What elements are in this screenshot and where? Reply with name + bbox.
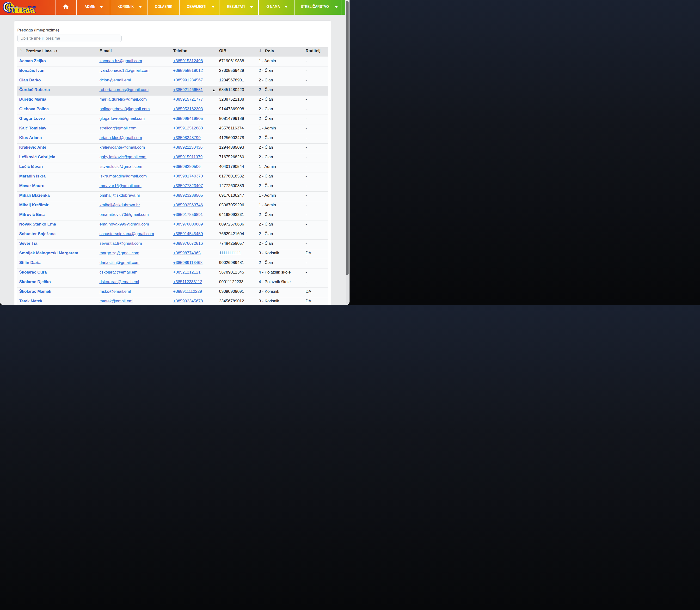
phone-link[interactable]: +385915721777: [173, 97, 203, 101]
phone-link[interactable]: +385921130436: [173, 145, 203, 150]
cell-name[interactable]: Glogar Lovro: [17, 115, 97, 124]
cell-name[interactable]: Bonačić Ivan: [17, 67, 97, 76]
cell-name[interactable]: Đuretić Marija: [17, 96, 97, 105]
cell-name[interactable]: Novak Stanko Ema: [17, 221, 97, 230]
nav-item-admin[interactable]: ADMIN: [76, 0, 110, 15]
nav-item-obavijesti[interactable]: OBAVIJESTI: [179, 0, 220, 15]
cell-name[interactable]: Acman Željko: [17, 57, 97, 67]
phone-link[interactable]: +385981740370: [173, 174, 203, 178]
email-link[interactable]: kmihalj@skdubrava.hr: [99, 203, 140, 207]
cell-name[interactable]: Schuster Snježana: [17, 230, 97, 240]
cell-rola: 3 - Korisnik: [257, 297, 304, 305]
email-link[interactable]: cskolarac@email.eml: [99, 270, 138, 274]
column-header-name[interactable]: ↑Prezime i ime↔: [17, 47, 97, 57]
cell-name[interactable]: Školarac Cura: [17, 269, 97, 278]
cell-name[interactable]: Mitrović Ema: [17, 211, 97, 221]
phone-link[interactable]: +385915911379: [173, 155, 203, 159]
cell-name[interactable]: Glebova Polina: [17, 105, 97, 115]
phone-link[interactable]: +385921466551: [173, 87, 203, 92]
phone-link[interactable]: +385977823407: [173, 183, 203, 188]
nav-item-korisnik[interactable]: KORISNIK: [110, 0, 147, 15]
nav-item-oglasnik[interactable]: OGLASNIK: [147, 0, 179, 15]
email-link[interactable]: msko@email.eml: [99, 289, 131, 294]
phone-link[interactable]: +385917856891: [173, 212, 203, 217]
email-link[interactable]: schustersnjezana@gmail.com: [99, 231, 154, 236]
email-link[interactable]: marija.duretic@gmail.com: [99, 97, 147, 101]
email-link[interactable]: gaby.leskovic@gmail.com: [99, 155, 146, 159]
phone-link[interactable]: +38598248799: [173, 135, 201, 140]
cell-phone: +385992563746: [171, 201, 217, 211]
cell-name[interactable]: Tatek Matek: [17, 297, 97, 305]
cell-name[interactable]: Školarac Mamek: [17, 288, 97, 297]
email-link[interactable]: dariastilin@gmail.com: [99, 260, 140, 265]
cell-name[interactable]: Kraljević Ante: [17, 144, 97, 153]
cell-name[interactable]: Sever Tia: [17, 240, 97, 249]
phone-link[interactable]: +385923288505: [173, 193, 203, 198]
email-link[interactable]: emamitrovic70@gmail.com: [99, 212, 149, 217]
email-link[interactable]: ariana.klos@gmail.com: [99, 135, 142, 140]
phone-link[interactable]: +385992345678: [173, 299, 203, 303]
table-row: Školarac Mamekmsko@email.eml+38591111222…: [17, 288, 328, 297]
nav-item-rezultati[interactable]: REZULTATI: [220, 0, 258, 15]
phone-link[interactable]: +385958518012: [173, 68, 203, 73]
phone-link[interactable]: +385998419805: [173, 116, 203, 121]
email-link[interactable]: ema.novak999@gmail.com: [99, 222, 149, 226]
nav-item-onama[interactable]: O NAMA: [258, 0, 294, 15]
email-link[interactable]: marge.zg@gmail.com: [99, 251, 139, 255]
email-link[interactable]: mmavar16@gmail.com: [99, 183, 142, 188]
phone-link[interactable]: +38598280506: [173, 164, 201, 169]
chevron-down-icon: [212, 6, 214, 8]
email-link[interactable]: dskorarac@email.eml: [99, 279, 139, 284]
email-link[interactable]: polinaglebova0@gmail.com: [99, 107, 150, 111]
table-row: Školarac Dječkodskorarac@email.eml+38511…: [17, 278, 328, 288]
cell-name[interactable]: Klos Ariana: [17, 134, 97, 144]
scrollbar-thumb[interactable]: [346, 1, 349, 275]
email-link[interactable]: strelicar@gmail.com: [99, 126, 137, 130]
nav-item-home[interactable]: [55, 0, 76, 15]
phone-link[interactable]: +385989113468: [173, 260, 203, 265]
cell-name[interactable]: Mihalj Blaženka: [17, 192, 97, 201]
cell-email: zacman.hz@gmail.com: [97, 57, 171, 67]
cell-name[interactable]: Stilin Daria: [17, 259, 97, 269]
email-link[interactable]: ivan.bonacic12@gmail.com: [99, 68, 149, 73]
phone-link[interactable]: +385912512888: [173, 126, 203, 130]
cell-name[interactable]: Maradin Iskra: [17, 173, 97, 182]
cell-name[interactable]: Član Darko: [17, 76, 97, 86]
phone-link[interactable]: +385991234567: [173, 78, 203, 82]
phone-link[interactable]: +385914545459: [173, 231, 203, 236]
phone-link[interactable]: +385911112229: [173, 289, 202, 294]
email-link[interactable]: glogarlovro5@gmail.com: [99, 116, 145, 121]
email-link[interactable]: iskra.maradin@gmail.com: [99, 174, 147, 178]
cell-name[interactable]: Školarac Dječko: [17, 278, 97, 288]
email-link[interactable]: bmihalj@skdubrava.hr: [99, 193, 140, 198]
phone-link[interactable]: +385953162303: [173, 107, 203, 111]
cell-name[interactable]: Kaić Tomislav: [17, 124, 97, 134]
phone-link[interactable]: +385112233112: [173, 279, 202, 284]
cell-name[interactable]: Mihalj Krešimir: [17, 201, 97, 211]
cell-name[interactable]: Lučić Ištvan: [17, 163, 97, 173]
phone-link[interactable]: +38598774965: [173, 251, 201, 255]
email-link[interactable]: kraljevicante@gmail.com: [99, 145, 145, 150]
email-link[interactable]: mtatek@email.eml: [99, 299, 133, 303]
phone-link[interactable]: +385915312498: [173, 59, 203, 63]
cell-name[interactable]: Čordaš Roberta: [17, 86, 97, 96]
email-link[interactable]: dclan@email.eml: [99, 78, 131, 82]
email-link[interactable]: roberta.cordas@gmail.com: [99, 87, 148, 92]
cell-phone: +385921130436: [171, 144, 217, 153]
phone-link[interactable]: +385976000889: [173, 222, 203, 226]
cell-email: sever.tia19@gmail.com: [97, 240, 171, 249]
cell-name[interactable]: Mavar Mauro: [17, 182, 97, 192]
email-link[interactable]: sever.tia19@gmail.com: [99, 241, 142, 246]
search-input[interactable]: [17, 35, 122, 42]
column-header-rola[interactable]: ↕Rola: [257, 47, 304, 57]
nav-item-strelicarstvo[interactable]: STRELIČARSTVO: [294, 0, 342, 15]
cell-name[interactable]: Smoljak Malogorski Margareta: [17, 249, 97, 259]
email-link[interactable]: zacman.hz@gmail.com: [99, 59, 142, 63]
email-link[interactable]: istvan.lucic@gmail.com: [99, 164, 142, 169]
club-logo[interactable]: ubrava: [2, 1, 36, 13]
phone-link[interactable]: +385992563746: [173, 203, 203, 207]
cell-name[interactable]: Lešković Gabrijela: [17, 153, 97, 163]
phone-link[interactable]: +385976672816: [173, 241, 203, 246]
cell-roditelj: -: [304, 67, 328, 76]
phone-link[interactable]: +38521212121: [173, 270, 201, 274]
